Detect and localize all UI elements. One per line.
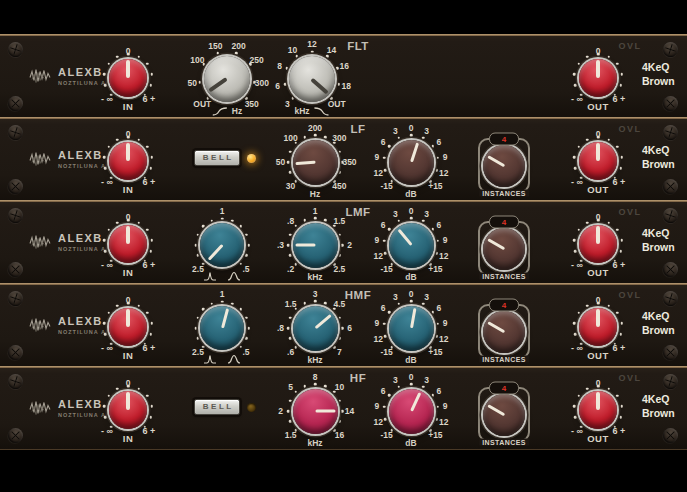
tick-dot: [384, 418, 387, 421]
knob-scale-label: 12: [373, 334, 382, 344]
lf-instances-knob[interactable]: [483, 145, 525, 187]
brand-text: ALEXBNOZTILUNA AI: [58, 315, 108, 334]
flt-in-level-knob[interactable]: [109, 59, 147, 97]
knob-unit: Hz: [212, 106, 242, 116]
lmf-in-level-knob[interactable]: [109, 225, 147, 263]
lmf-instances-knob[interactable]: [483, 228, 525, 270]
lmf-out-level-knob[interactable]: [579, 225, 617, 263]
tick-dot: [586, 138, 589, 141]
lmf-q-knob[interactable]: [200, 223, 244, 267]
tick-dot: [436, 323, 439, 326]
max-legend: 6 +: [613, 426, 626, 436]
lf-gain-knob[interactable]: [389, 140, 434, 185]
knob-scale-label: 0: [409, 123, 414, 133]
band-label-hmf: HMF: [345, 289, 371, 301]
hf-in-level-knob[interactable]: [109, 391, 147, 429]
hf-bell-button[interactable]: BELL: [194, 399, 240, 415]
knob-scale-label: 6: [381, 303, 386, 313]
tick-dot: [341, 327, 344, 330]
band-label-flt: FLT: [347, 40, 369, 52]
screw-top-right: [661, 123, 680, 142]
tick-dot: [196, 234, 199, 237]
max-legend: 6 +: [613, 177, 626, 187]
tick-dot: [597, 136, 600, 139]
knob-unit-label: dB: [405, 272, 416, 282]
ovl-indicator: OVL: [618, 124, 641, 134]
tick-dot: [196, 254, 199, 257]
lf-out-level-knob[interactable]: [579, 142, 617, 180]
flt-hpf-freq-knob[interactable]: [204, 56, 250, 102]
hmf-instances-knob[interactable]: [483, 311, 525, 353]
in-label: IN: [123, 350, 134, 361]
tick-dot: [150, 84, 153, 87]
knob-scale-label: .6: [287, 347, 294, 357]
screw-bottom-left: [5, 425, 26, 446]
tick-dot: [287, 244, 290, 247]
waveform-icon: [29, 233, 54, 251]
hmf-q-knob[interactable]: [200, 306, 244, 350]
tick-dot: [620, 167, 623, 170]
max-legend: 6 +: [143, 260, 156, 270]
tick-dot: [196, 337, 199, 340]
eq-rack: ALEXBNOZTILUNA AIFLTOVL4KeQBrown0- ∞6 +I…: [0, 34, 687, 450]
tick-dot: [383, 240, 386, 243]
hf-out-level-knob[interactable]: [579, 391, 617, 429]
tick-dot: [388, 311, 391, 314]
hmf-in-level-knob[interactable]: [109, 308, 147, 346]
lf-freq-knob[interactable]: [293, 140, 338, 185]
knob-scale-label: +15: [428, 181, 442, 191]
tick-dot: [397, 303, 400, 306]
tick-dot: [586, 304, 589, 307]
knob-unit: kHz: [307, 355, 322, 365]
knob-scale-label: 6: [437, 303, 442, 313]
narrow-bell-icon: [203, 354, 217, 364]
tick-dot: [432, 311, 435, 314]
tick-dot: [436, 406, 439, 409]
knob-scale-label: 1.5: [285, 430, 297, 440]
knob-pointer: [221, 308, 229, 328]
tick-dot: [384, 169, 387, 172]
hmf-freq-knob[interactable]: [293, 306, 338, 351]
tick-dot: [150, 250, 153, 253]
hf-instances-knob[interactable]: [483, 394, 525, 436]
lf-bell-led: [247, 154, 256, 163]
tick-dot: [295, 391, 298, 394]
tick-dot: [577, 395, 580, 398]
model-line2: Brown: [642, 158, 675, 172]
screw-top-left: [6, 123, 25, 142]
hf-gain-knob[interactable]: [389, 389, 434, 434]
hf-freq-knob[interactable]: [293, 389, 338, 434]
tick-dot: [127, 53, 130, 56]
tick-dot: [573, 405, 576, 408]
hmf-gain-knob[interactable]: [389, 306, 434, 351]
flt-out-level-knob[interactable]: [579, 59, 617, 97]
knob-unit-label: kHz: [307, 355, 322, 365]
tick-dot: [616, 146, 619, 149]
model-name: 4KeQBrown: [642, 144, 675, 171]
knob-scale-label: +15: [428, 430, 442, 440]
lf-in-level-knob[interactable]: [109, 142, 147, 180]
flt-lpf-freq-knob[interactable]: [289, 56, 335, 102]
knob-scale-label: -15: [380, 181, 392, 191]
knob-scale-label: 14: [327, 45, 336, 55]
tick-dot: [616, 229, 619, 232]
lmf-freq-knob[interactable]: [293, 223, 338, 268]
model-line1: 4KeQ: [642, 144, 675, 158]
tick-dot: [616, 395, 619, 398]
tick-dot: [103, 156, 106, 159]
brand-logo: ALEXBNOZTILUNA AI: [29, 315, 108, 334]
ovl-indicator: OVL: [618, 373, 641, 383]
knob-scale-label: 12: [307, 39, 316, 49]
min-legend: - ∞: [571, 426, 583, 436]
tick-dot: [138, 138, 141, 141]
min-legend: - ∞: [571, 260, 583, 270]
hmf-out-level-knob[interactable]: [579, 308, 617, 346]
tick-dot: [107, 229, 110, 232]
max-legend: 6 +: [613, 260, 626, 270]
lmf-gain-knob[interactable]: [389, 223, 434, 268]
tick-dot: [608, 221, 611, 224]
knob-scale-label: 50: [187, 78, 196, 88]
knob-scale-label: 16: [335, 430, 344, 440]
tick-dot: [314, 300, 317, 303]
lf-bell-button[interactable]: BELL: [194, 150, 240, 166]
